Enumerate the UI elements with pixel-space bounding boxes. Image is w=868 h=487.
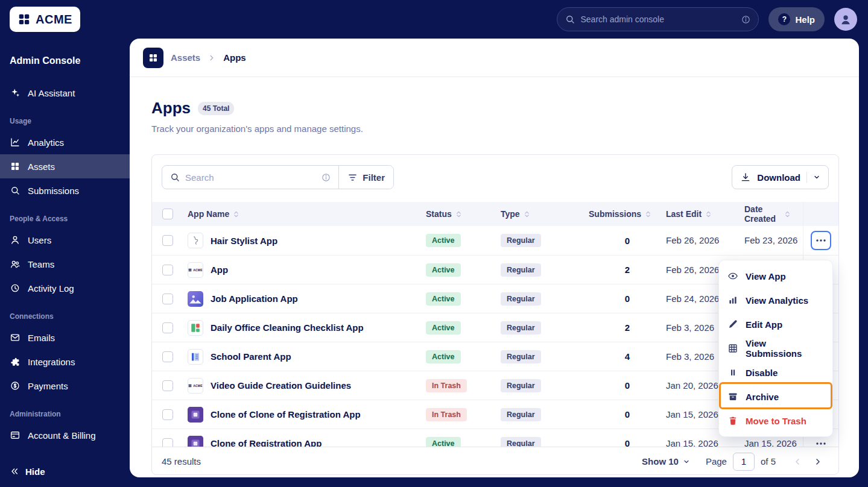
sidebar-item-analytics[interactable]: Analytics xyxy=(0,130,130,154)
sort-icon[interactable] xyxy=(644,210,652,218)
acme-logo[interactable]: ACME xyxy=(10,7,80,32)
sidebar-title: Admin Console xyxy=(0,39,130,66)
sidebar-item-submissions[interactable]: Submissions xyxy=(0,178,130,203)
page-title: Apps xyxy=(151,99,191,118)
page-subtitle: Track your organization's apps and manag… xyxy=(151,124,839,134)
double-chevron-left-icon xyxy=(10,467,19,476)
app-name-link[interactable]: Clone of Registration App xyxy=(211,438,322,447)
submissions-count: 0 xyxy=(625,294,630,304)
app-name-link[interactable]: Clone of Clone of Registration App xyxy=(211,409,361,419)
sidebar-item-teams[interactable]: Teams xyxy=(0,252,130,276)
row-checkbox[interactable] xyxy=(162,351,173,362)
menu-item-disable[interactable]: Disable xyxy=(719,360,832,385)
row-checkbox[interactable] xyxy=(162,380,173,391)
row-checkbox[interactable] xyxy=(162,294,173,304)
sort-icon[interactable] xyxy=(784,210,791,218)
column-date-created: Date Created xyxy=(744,204,781,224)
menu-item-label: Archive xyxy=(746,392,779,402)
chevron-down-icon xyxy=(683,458,690,465)
registration-app-icon xyxy=(188,436,203,447)
menu-item-label: Move to Trash xyxy=(746,416,806,426)
download-button[interactable]: Download xyxy=(732,165,829,189)
menu-item-move-to-trash[interactable]: Move to Trash xyxy=(719,409,832,433)
menu-item-view-submissions[interactable]: View Submissions xyxy=(719,336,832,360)
menu-item-view-app[interactable]: View App xyxy=(719,264,832,288)
menu-item-view-analytics[interactable]: View Analytics xyxy=(719,288,832,312)
filter-label: Filter xyxy=(363,172,385,183)
sort-icon[interactable] xyxy=(232,210,240,218)
sidebar-item-ai-assistant[interactable]: AI Assistant xyxy=(0,81,130,105)
people-icon xyxy=(10,259,21,269)
sidebar-item-emails[interactable]: Emails xyxy=(0,325,130,350)
sparkles-icon xyxy=(10,87,21,98)
app-name-link[interactable]: Video Guide Creation Guidelines xyxy=(211,380,351,391)
app-name-link[interactable]: Daily Office Cleaning Checklist App xyxy=(211,322,364,333)
app-name-link[interactable]: App xyxy=(211,265,228,275)
sidebar-group-connections: Connections xyxy=(0,300,130,325)
admin-search[interactable] xyxy=(557,7,759,31)
menu-item-archive[interactable]: Archive xyxy=(719,385,832,409)
sort-icon[interactable] xyxy=(705,210,712,218)
school-parent-app-icon xyxy=(188,349,203,365)
row-checkbox[interactable] xyxy=(162,322,173,333)
download-label: Download xyxy=(757,172,800,183)
breadcrumb-assets[interactable]: Assets xyxy=(171,52,200,63)
status-badge: In Trash xyxy=(426,408,467,421)
sidebar-item-account-billing[interactable]: Account & Billing xyxy=(0,423,130,447)
info-icon xyxy=(741,14,751,25)
row-actions-button[interactable] xyxy=(811,231,831,250)
submissions-count: 0 xyxy=(625,380,630,391)
sort-icon[interactable] xyxy=(455,210,463,218)
table-footer: 45 results Show 10 Page of 5 xyxy=(152,447,838,476)
hide-sidebar-button[interactable]: Hide xyxy=(0,459,55,483)
sidebar-item-payments[interactable]: Payments xyxy=(0,374,130,398)
menu-item-edit-app[interactable]: Edit App xyxy=(719,312,832,336)
bar-chart-icon xyxy=(727,295,738,306)
app-name-link[interactable]: Hair Stylist App xyxy=(211,236,277,246)
puzzle-icon xyxy=(10,356,21,367)
show-label: Show 10 xyxy=(642,456,679,467)
sidebar-item-users[interactable]: Users xyxy=(0,228,130,252)
admin-search-input[interactable] xyxy=(580,14,736,24)
sidebar-item-label: Account & Billing xyxy=(28,430,96,441)
sidebar-item-label: Integrations xyxy=(28,357,75,367)
help-button[interactable]: ? Help xyxy=(768,7,825,31)
chevron-down-icon xyxy=(813,174,820,181)
sidebar-item-label: Submissions xyxy=(28,186,79,196)
type-badge: Regular xyxy=(501,292,541,306)
page-label: Page xyxy=(706,456,727,467)
breadcrumb-apps: Apps xyxy=(223,52,246,63)
sort-icon[interactable] xyxy=(523,210,531,218)
sidebar-item-integrations[interactable]: Integrations xyxy=(0,350,130,374)
status-badge: Active xyxy=(426,321,461,335)
next-page-button[interactable] xyxy=(811,454,825,469)
sidebar-item-activity-log[interactable]: Activity Log xyxy=(0,276,130,300)
eye-icon xyxy=(727,271,738,281)
app-name-link[interactable]: School Parent App xyxy=(211,351,291,362)
previous-page-button[interactable] xyxy=(790,454,805,469)
filter-button[interactable]: Filter xyxy=(338,166,393,189)
app-name-link[interactable]: Job Application App xyxy=(211,294,298,304)
avatar[interactable] xyxy=(834,8,857,31)
table-grid-icon xyxy=(727,343,738,354)
table-search-input[interactable] xyxy=(185,172,316,183)
acme-logo-text: ACME xyxy=(36,13,72,27)
job-application-app-icon xyxy=(188,291,203,307)
status-badge: Active xyxy=(426,350,461,363)
row-checkbox[interactable] xyxy=(162,438,173,447)
user-icon xyxy=(10,234,21,245)
show-per-page-dropdown[interactable]: Show 10 xyxy=(642,456,690,467)
row-checkbox[interactable] xyxy=(162,409,173,420)
select-all-checkbox[interactable] xyxy=(162,209,173,219)
page-number-input[interactable] xyxy=(733,453,755,471)
sidebar-item-assets[interactable]: Assets xyxy=(0,154,130,178)
row-checkbox[interactable] xyxy=(162,265,173,275)
date-created: Jan 15, 2026 xyxy=(744,438,797,447)
divider xyxy=(806,172,807,183)
search-icon xyxy=(565,14,575,25)
row-checkbox[interactable] xyxy=(162,235,173,246)
magnifier-icon xyxy=(10,185,21,196)
type-badge: Regular xyxy=(501,350,541,363)
submissions-count: 4 xyxy=(625,351,630,362)
table-search[interactable] xyxy=(162,166,338,189)
